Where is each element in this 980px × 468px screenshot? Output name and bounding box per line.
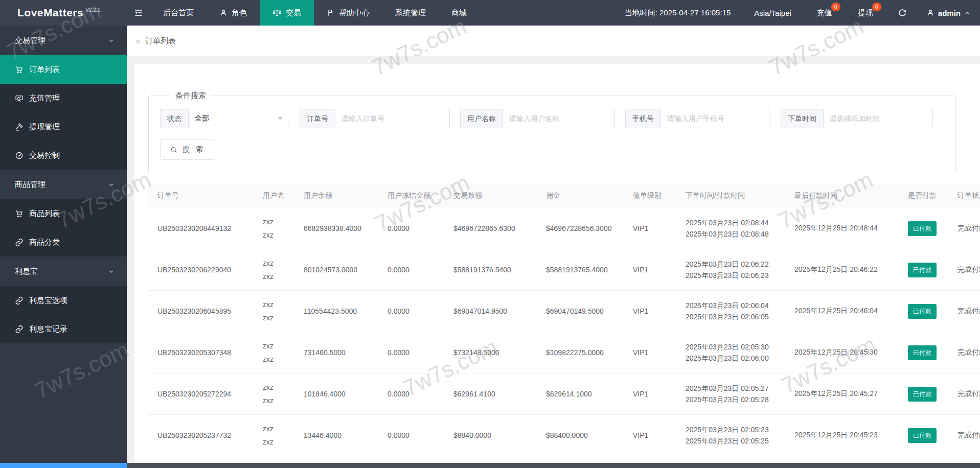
sidebar-scrollbar[interactable]	[0, 463, 127, 468]
cell-status: 完成付款	[948, 415, 980, 456]
chevron-down-icon	[108, 181, 115, 188]
cell-balance: 101846.4000	[294, 373, 378, 415]
user-menu[interactable]: admin	[926, 9, 971, 17]
nav-item-home[interactable]: 后台首页	[150, 0, 207, 26]
sidebar-group-goods-management[interactable]: 商品管理	[0, 170, 127, 199]
cell-status: 完成付款	[948, 291, 980, 332]
search-icon	[170, 146, 178, 154]
sidebar-item-recharge-management[interactable]: 充值管理	[0, 84, 127, 112]
cell-status: 完成付款	[948, 249, 980, 291]
cell-frozen: 0.0000	[378, 373, 444, 415]
cell-status: 完成付款	[948, 208, 980, 249]
cell-order-pay-time: 2025年03月23日 02:05:30 2025年03月23日 02:06:0…	[676, 332, 785, 373]
cell-paid: 已付款	[899, 249, 948, 291]
sidebar-item-goods-category[interactable]: 商品分类	[0, 228, 127, 256]
horizontal-scrollbar[interactable]	[127, 463, 980, 468]
link-icon	[15, 238, 24, 247]
search-button[interactable]: 搜 索	[160, 139, 215, 160]
cell-level: VIP1	[624, 373, 676, 415]
link-icon	[15, 296, 24, 305]
cell-paid: 已付款	[899, 208, 948, 249]
cell-last-pay-time: 2025年12月25日 20:45:23	[785, 415, 899, 456]
withdraw-notice[interactable]: 提现 0	[851, 8, 880, 18]
filter-order-time: 下单时间	[781, 109, 933, 128]
nav-item-roles[interactable]: 角色	[207, 0, 260, 26]
cell-commission: $690470149.5000	[537, 291, 624, 332]
sidebar-item-goods-list[interactable]: 商品列表	[0, 199, 127, 228]
cell-last-pay-time: 2025年12月25日 20:45:27	[785, 373, 899, 415]
link-icon	[15, 325, 24, 334]
cell-last-pay-time: 2025年12月25日 20:46:22	[785, 249, 899, 291]
paid-badge: 已付款	[908, 304, 937, 319]
col-last-pay-time: 最后付款时间	[785, 183, 899, 208]
breadcrumb: » 订单列表	[127, 26, 980, 56]
chevron-up-icon	[964, 10, 971, 16]
table-row: UB2503230205272294 zxz zxz 101846.4000 0…	[148, 373, 980, 415]
orders-table: 订单号 用户名 用户余额 用户冻结金额 交易数额 佣金 做单级别 下单时间/付款…	[148, 183, 980, 468]
sidebar-group-lixibao[interactable]: 利息宝	[0, 256, 127, 286]
cell-username: zxz zxz	[254, 415, 294, 456]
cell-username: zxz zxz	[254, 208, 294, 249]
cell-level: VIP1	[624, 415, 676, 456]
recharge-notice[interactable]: 充值 0	[810, 8, 839, 18]
sidebar: 交易管理 订单列表 充值管理 提现管理	[0, 26, 127, 468]
order-no-input[interactable]	[335, 109, 450, 128]
refresh-icon	[898, 8, 907, 17]
nav-item-system[interactable]: 系统管理	[382, 0, 439, 26]
status-select-value: 全部	[195, 114, 209, 123]
username-label: 用户名称	[460, 109, 503, 128]
status-select[interactable]: 全部	[188, 109, 289, 128]
paid-badge: 已付款	[908, 345, 937, 360]
filter-order-no: 订单号	[300, 109, 450, 128]
sidebar-item-lixibao-records[interactable]: 利息宝记录	[0, 315, 127, 343]
sidebar-item-lixibao-options[interactable]: 利息宝选项	[0, 286, 127, 315]
cell-paid: 已付款	[899, 291, 948, 332]
sidebar-item-label: 交易控制	[29, 151, 60, 160]
cell-level: VIP1	[624, 291, 676, 332]
username: admin	[938, 9, 961, 17]
phone-label: 手机号	[625, 109, 660, 128]
cell-order-pay-time: 2025年03月23日 02:05:27 2025年03月23日 02:05:2…	[676, 373, 785, 415]
filter-phone: 手机号	[625, 109, 770, 128]
cell-commission: $629614.1000	[537, 373, 624, 415]
cell-order-no: UB2503230206045895	[148, 291, 254, 332]
cell-order-pay-time: 2025年03月23日 02:06:22 2025年03月23日 02:06:2…	[676, 249, 785, 291]
nav-item-trade[interactable]: 交易	[260, 0, 314, 26]
nav-item-label: 帮助中心	[339, 8, 370, 18]
cell-amount: $4696722865.6300	[444, 208, 537, 249]
nav-item-help-center[interactable]: 帮助中心	[314, 0, 382, 26]
table-header-row: 订单号 用户名 用户余额 用户冻结金额 交易数额 佣金 做单级别 下单时间/付款…	[148, 183, 980, 208]
cell-frozen: 0.0000	[378, 332, 444, 373]
app-name: LoveMatters	[17, 7, 83, 19]
refresh-button[interactable]	[890, 8, 915, 17]
search-button-label: 搜 索	[183, 145, 205, 154]
cell-username: zxz zxz	[254, 332, 294, 373]
hamburger-icon	[133, 8, 144, 18]
sidebar-collapse-button[interactable]	[127, 0, 150, 26]
sidebar-item-trade-control[interactable]: 交易控制	[0, 141, 127, 170]
filter-status: 状态 全部	[160, 109, 289, 128]
gavel-icon	[15, 123, 24, 131]
cell-order-no: UB2503230205272294	[148, 373, 254, 415]
cell-paid: 已付款	[899, 332, 948, 373]
col-balance: 用户余额	[294, 183, 378, 208]
board-chart-icon	[15, 94, 24, 103]
withdraw-count-badge: 0	[872, 3, 881, 11]
table-row: UB2503230206045895 zxz zxz 110554423.500…	[148, 291, 980, 332]
page-title: 订单列表	[145, 36, 176, 46]
status-label: 状态	[160, 109, 188, 128]
phone-input[interactable]	[660, 109, 770, 128]
col-frozen: 用户冻结金额	[378, 183, 444, 208]
sidebar-item-withdraw-management[interactable]: 提现管理	[0, 112, 127, 141]
username-input[interactable]	[503, 109, 615, 128]
col-level: 做单级别	[624, 183, 676, 208]
paid-badge: 已付款	[908, 428, 937, 443]
sidebar-group-trade-management[interactable]: 交易管理	[0, 26, 127, 55]
topbar: LoveMatters V2.2.1 后台首页 角色 交易	[0, 0, 980, 26]
sidebar-item-order-list[interactable]: 订单列表	[0, 55, 127, 84]
filters-row: 状态 全部 订单号 用户名称 手机	[160, 109, 955, 128]
timezone[interactable]: Asia/Taipei	[747, 9, 799, 17]
nav-item-mall[interactable]: 商城	[439, 0, 480, 26]
order-time-input[interactable]	[823, 109, 933, 128]
cell-order-no: UB2503230208449132	[148, 208, 254, 249]
